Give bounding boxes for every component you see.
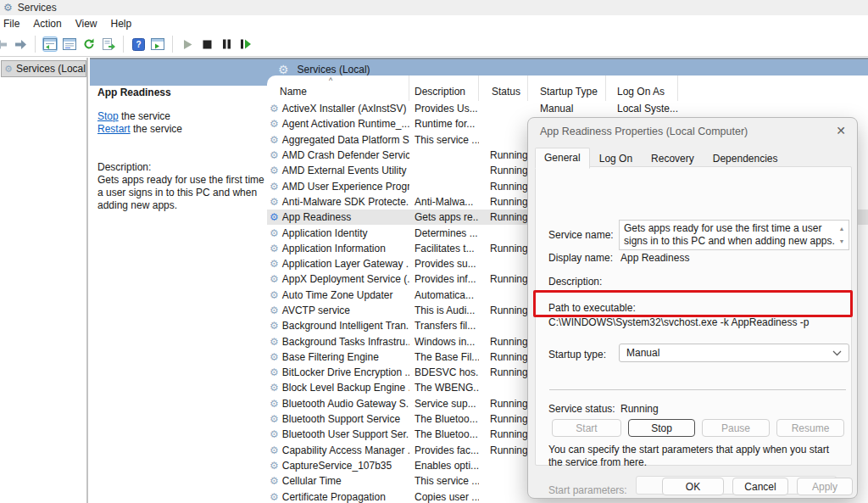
column-header-status[interactable]: Status bbox=[479, 75, 528, 101]
pause-button: Pause bbox=[702, 419, 770, 437]
forward-icon[interactable] bbox=[13, 36, 28, 52]
close-icon[interactable]: ✕ bbox=[836, 124, 846, 137]
service-name-text: App Readiness bbox=[282, 211, 351, 223]
back-icon[interactable] bbox=[0, 36, 8, 52]
display-name-label: Display name: bbox=[548, 252, 613, 264]
column-header-description[interactable]: Description bbox=[409, 75, 479, 101]
services-app-icon: ⚙ bbox=[3, 3, 13, 13]
service-name-text: Capability Access Manager ... bbox=[282, 444, 409, 456]
service-description-cell: Transfers fil... bbox=[409, 320, 479, 332]
chevron-down-icon bbox=[832, 350, 842, 356]
service-gear-icon: ⚙ bbox=[270, 182, 279, 192]
service-status-cell: Running bbox=[479, 196, 528, 208]
column-header-name[interactable]: Name ^ bbox=[267, 75, 409, 101]
service-name-text: Base Filtering Engine bbox=[282, 351, 379, 363]
tree-item-services-local[interactable]: ⚙ Services (Local) bbox=[1, 60, 86, 77]
service-name-cell: ⚙ AMD External Events Utility bbox=[267, 165, 409, 176]
service-name-text: AppX Deployment Service (... bbox=[282, 273, 409, 285]
tab-general[interactable]: General bbox=[535, 148, 590, 169]
service-description-cell: Determines ... bbox=[409, 227, 479, 239]
service-description-cell: The Base Fil... bbox=[409, 351, 479, 363]
service-gear-icon: ⚙ bbox=[270, 383, 279, 393]
refresh-icon[interactable] bbox=[81, 36, 97, 52]
service-gear-icon: ⚙ bbox=[270, 429, 279, 439]
column-header-log-on-as-label: Log On As bbox=[617, 86, 665, 98]
service-name-cell: ⚙ Agent Activation Runtime_... bbox=[267, 118, 409, 130]
service-gear-icon: ⚙ bbox=[270, 243, 279, 254]
service-gear-icon: ⚙ bbox=[270, 135, 279, 145]
service-status-cell: Running bbox=[479, 351, 528, 363]
menu-action[interactable]: Action bbox=[26, 16, 68, 31]
column-header-log-on-as[interactable]: Log On As bbox=[606, 75, 678, 101]
menu-help[interactable]: Help bbox=[104, 16, 139, 31]
description-scrollbar[interactable]: ▲▼ bbox=[837, 222, 847, 248]
service-description-cell: Service sup... bbox=[409, 398, 479, 410]
service-name-cell: ⚙ ActiveX Installer (AxInstSV) bbox=[267, 103, 409, 115]
restart-service-icon[interactable] bbox=[238, 36, 253, 52]
tab-log-on[interactable]: Log On bbox=[590, 149, 642, 169]
service-name-cell: ⚙ App Readiness bbox=[267, 211, 409, 223]
service-description-cell: Provides fac... bbox=[409, 444, 479, 456]
service-action-links: Stop the service Restart the service bbox=[97, 110, 182, 135]
apply-button: Apply bbox=[797, 478, 853, 495]
column-header-startup-type[interactable]: Startup Type bbox=[528, 75, 606, 101]
service-description-cell: Runtime for... bbox=[409, 118, 479, 130]
service-name-cell: ⚙ AVCTP service bbox=[267, 305, 409, 316]
service-name-text: AVCTP service bbox=[282, 305, 350, 316]
service-name-text: AMD User Experience Progr... bbox=[282, 181, 409, 193]
pane-header-title: ⚙ Services (Local) bbox=[278, 64, 370, 75]
service-status-label: Service status: bbox=[548, 403, 615, 415]
service-gear-icon: ⚙ bbox=[270, 445, 279, 455]
cancel-button[interactable]: Cancel bbox=[732, 478, 788, 495]
menu-file[interactable]: File bbox=[0, 16, 26, 31]
service-description-cell: Provides Us... bbox=[409, 103, 479, 115]
toolbar-separator bbox=[35, 36, 36, 53]
service-description-cell: Enables opti... bbox=[409, 460, 479, 472]
service-name-cell: ⚙ BitLocker Drive Encryption ... bbox=[267, 366, 409, 378]
service-name-text: Cellular Time bbox=[282, 475, 342, 487]
stop-service-link[interactable]: Stop bbox=[97, 110, 119, 122]
service-gear-icon: ⚙ bbox=[270, 321, 279, 331]
service-description-cell: Gets apps re... bbox=[409, 211, 479, 223]
service-status-cell: Running bbox=[479, 428, 528, 440]
start-parameters-help: You can specify the start parameters tha… bbox=[548, 444, 833, 468]
tab-dependencies[interactable]: Dependencies bbox=[704, 149, 787, 169]
service-status-cell: Running bbox=[479, 243, 528, 254]
startup-type-dropdown[interactable]: Manual bbox=[619, 344, 849, 362]
restart-service-link[interactable]: Restart bbox=[97, 123, 131, 135]
tab-recovery[interactable]: Recovery bbox=[642, 149, 704, 169]
show-console-tree-icon[interactable] bbox=[42, 36, 58, 52]
stop-service-line: Stop the service bbox=[97, 110, 182, 123]
export-list-icon[interactable] bbox=[101, 36, 116, 52]
dialog-description-box[interactable]: Gets apps ready for use the first time a… bbox=[619, 220, 849, 250]
ok-button[interactable]: OK bbox=[662, 478, 724, 495]
startup-type-label: Startup type: bbox=[548, 349, 606, 360]
service-description-cell: Windows in... bbox=[409, 336, 479, 348]
service-name-cell: ⚙ Background Tasks Infrastru... bbox=[267, 336, 409, 348]
tree-item-label: Services (Local) bbox=[16, 63, 86, 75]
menu-view[interactable]: View bbox=[69, 16, 104, 31]
new-window-icon[interactable] bbox=[150, 36, 165, 52]
services-window: ⚙ Services File Action View Help ? bbox=[0, 0, 868, 503]
service-name-cell: ⚙ Application Identity bbox=[267, 227, 409, 239]
scroll-up-icon[interactable]: ▲ bbox=[839, 222, 845, 235]
service-name-cell: ⚙ Capability Access Manager ... bbox=[267, 444, 409, 456]
pause-service-icon[interactable] bbox=[219, 36, 234, 52]
service-status-cell: Running bbox=[479, 305, 528, 316]
service-name-text: Application Layer Gateway ... bbox=[282, 258, 409, 270]
service-name-cell: ⚙ Anti-Malware SDK Protecte... bbox=[267, 196, 409, 208]
stop-button[interactable]: Stop bbox=[628, 419, 695, 437]
stop-service-icon[interactable] bbox=[199, 36, 214, 52]
menu-bar: File Action View Help bbox=[0, 15, 868, 32]
scroll-down-icon[interactable]: ▼ bbox=[839, 235, 845, 248]
service-name-text: BitLocker Drive Encryption ... bbox=[282, 366, 409, 378]
section-divider bbox=[549, 389, 846, 390]
help-icon[interactable]: ? bbox=[131, 36, 146, 52]
services-node-icon: ⚙ bbox=[4, 64, 13, 74]
service-name-text: AMD External Events Utility bbox=[282, 165, 407, 176]
service-row[interactable]: ⚙ ActiveX Installer (AxInstSV) Provides … bbox=[267, 101, 868, 116]
service-name-text: Application Information bbox=[282, 243, 386, 254]
column-header-name-label: Name bbox=[280, 86, 307, 98]
console-tree-panel: ⚙ Services (Local) bbox=[0, 58, 88, 503]
properties-icon[interactable] bbox=[62, 36, 77, 52]
